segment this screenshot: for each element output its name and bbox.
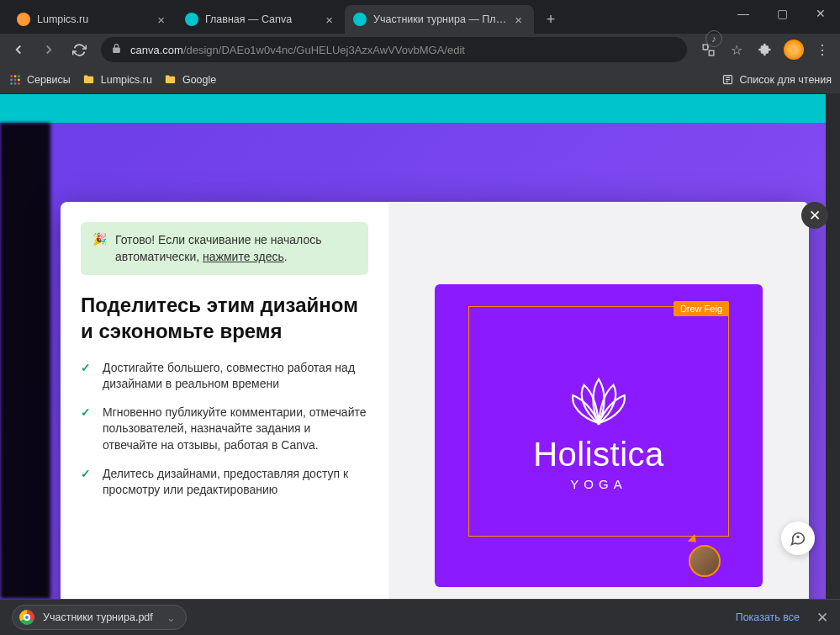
folder-icon: [164, 73, 177, 87]
svg-point-10: [18, 82, 20, 84]
benefits-list: ✓ Достигайте большего, совместно работая…: [81, 360, 368, 499]
collaborator-avatar: [689, 545, 721, 577]
comment-fab[interactable]: [781, 521, 815, 555]
address-bar[interactable]: canva.com/design/DAEo1w0v4nc/GuHELUej3Az…: [101, 37, 687, 62]
benefit-text: Мгновенно публикуйте комментарии, отмеча…: [103, 405, 368, 454]
svg-point-6: [14, 78, 17, 81]
lock-icon: [111, 43, 122, 56]
party-popper-icon: 🎉: [92, 232, 107, 265]
modal-left-panel: 🎉 Готово! Если скачивание не началось ав…: [61, 202, 388, 599]
bookmark-google[interactable]: Google: [164, 73, 216, 87]
new-tab-button[interactable]: +: [538, 7, 563, 32]
svg-point-5: [10, 78, 13, 81]
download-filename: Участники турнира.pdf: [43, 611, 153, 623]
reading-list-icon: [721, 73, 734, 87]
canva-header: [0, 94, 840, 123]
bookmark-lumpics[interactable]: Lumpics.ru: [82, 73, 152, 87]
design-preview: Drew Feig Holistica YOGA: [435, 284, 763, 587]
window-maximize-icon[interactable]: ▢: [763, 7, 801, 20]
close-icon[interactable]: ×: [511, 13, 526, 27]
benefit-text: Делитесь дизайнами, предоставляя доступ …: [103, 466, 368, 499]
favicon-icon: [17, 13, 30, 26]
svg-point-8: [10, 82, 13, 84]
bookmark-label: Сервисы: [27, 74, 71, 86]
bookmark-star-icon[interactable]: ☆: [724, 37, 749, 62]
modal-close-button[interactable]: ✕: [801, 202, 828, 229]
svg-point-4: [18, 75, 20, 77]
page-content: ✕ 🎉 Готово! Если скачивание не началось …: [0, 94, 840, 599]
download-here-link[interactable]: нажмите здесь: [203, 250, 284, 263]
close-icon[interactable]: ×: [154, 13, 168, 27]
benefit-item: ✓ Мгновенно публикуйте комментарии, отме…: [81, 405, 368, 454]
tab-strip: Lumpics.ru × Главная — Canva × Участники…: [0, 0, 840, 34]
svg-point-2: [10, 75, 13, 77]
svg-point-9: [14, 82, 17, 84]
extensions-icon[interactable]: [753, 37, 778, 62]
benefit-text: Достигайте большего, совместно работая н…: [103, 360, 368, 393]
bookmark-label: Lumpics.ru: [101, 74, 152, 86]
tab-lumpics[interactable]: Lumpics.ru ×: [8, 5, 177, 34]
check-icon: ✓: [81, 360, 94, 393]
svg-point-7: [18, 78, 20, 81]
close-downloads-bar[interactable]: ✕: [816, 609, 828, 627]
check-icon: ✓: [81, 466, 94, 499]
menu-icon[interactable]: ⋮: [810, 37, 835, 62]
share-modal: 🎉 Готово! Если скачивание не началось ав…: [61, 202, 809, 599]
url-text: canva.com/design/DAEo1w0v4nc/GuHELUej3Az…: [130, 44, 677, 56]
tab-title: Главная — Canva: [205, 13, 322, 25]
download-item[interactable]: Участники турнира.pdf ⌄: [12, 605, 187, 630]
profile-avatar[interactable]: [781, 37, 806, 62]
reading-list-label: Список для чтения: [739, 74, 832, 86]
favicon-icon: [185, 13, 198, 26]
favicon-icon: [353, 13, 367, 26]
tab-title: Lumpics.ru: [37, 13, 154, 25]
bookmark-label: Google: [182, 74, 216, 86]
reload-button[interactable]: [66, 36, 92, 63]
notice-text: Готово! Если скачивание не началось авто…: [115, 232, 357, 265]
bookmarks-bar: Сервисы Lumpics.ru Google Список для чте…: [0, 66, 840, 94]
window-close-icon[interactable]: ✕: [801, 7, 840, 20]
media-control-icon[interactable]: ♪: [705, 30, 722, 47]
tab-title: Участники турнира — Плакат: [373, 13, 511, 25]
tab-canva-design[interactable]: Участники турнира — Плакат ×: [345, 5, 534, 34]
window-minimize-icon[interactable]: —: [724, 7, 763, 20]
apps-grid-icon: [8, 73, 22, 87]
window-controls: — ▢ ✕: [724, 0, 840, 27]
tab-canva-home[interactable]: Главная — Canva ×: [177, 5, 345, 34]
svg-point-3: [14, 75, 17, 77]
chrome-icon: [19, 610, 34, 625]
svg-rect-0: [703, 45, 708, 50]
chevron-down-icon[interactable]: ⌄: [166, 611, 176, 624]
modal-heading: Поделитесь этим дизайном и сэкономьте вр…: [81, 292, 368, 344]
editor-sidebar: [0, 123, 50, 599]
scrollbar[interactable]: [826, 94, 840, 599]
selection-frame: [468, 306, 729, 537]
forward-button[interactable]: [35, 36, 62, 63]
collaborator-tag: Drew Feig: [674, 301, 729, 316]
close-icon[interactable]: ×: [322, 13, 336, 27]
show-all-downloads-link[interactable]: Показать все: [736, 611, 800, 623]
check-icon: ✓: [81, 405, 94, 454]
reading-list-button[interactable]: Список для чтения: [721, 73, 832, 87]
apps-shortcut[interactable]: Сервисы: [8, 73, 71, 87]
benefit-item: ✓ Достигайте большего, совместно работая…: [81, 360, 368, 393]
benefit-item: ✓ Делитесь дизайнами, предоставляя досту…: [81, 466, 368, 499]
downloads-bar: Участники турнира.pdf ⌄ Показать все ✕: [0, 599, 840, 635]
svg-rect-1: [709, 50, 714, 56]
download-ready-notice: 🎉 Готово! Если скачивание не началось ав…: [81, 222, 368, 275]
folder-icon: [82, 73, 96, 87]
back-button[interactable]: [5, 36, 32, 63]
modal-preview-panel: Drew Feig Holistica YOGA: [388, 202, 809, 599]
